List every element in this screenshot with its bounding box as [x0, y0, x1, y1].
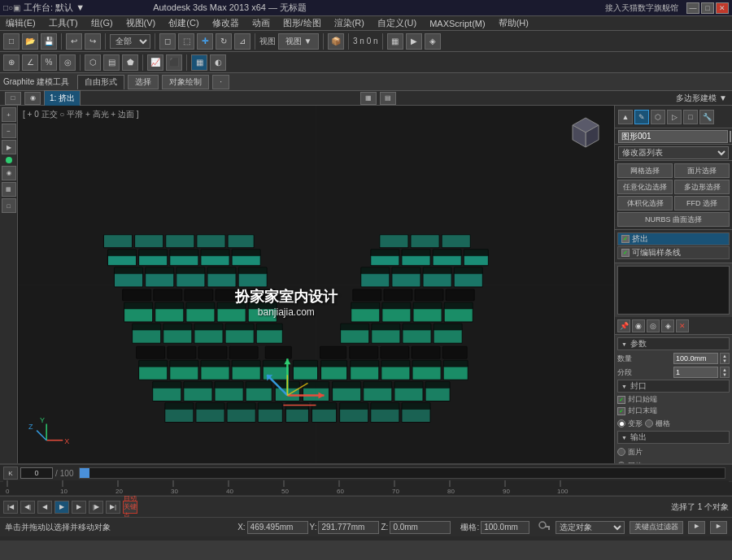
select-filter-dropdown[interactable]: 全部 — [110, 34, 150, 49]
viewport-area[interactable]: [ + 0 正交 ○ 平滑 + 高光 + 边面 ] — [18, 106, 614, 463]
left-btn-2[interactable]: − — [2, 124, 16, 138]
radio-mesh[interactable] — [617, 462, 625, 463]
autokey-btn[interactable]: 自动关键点 — [123, 501, 137, 514]
select-region-button[interactable]: ⬚ — [178, 33, 194, 50]
object-name-input[interactable] — [618, 130, 728, 143]
next-frame-btn[interactable]: ▶ — [72, 501, 86, 514]
poly-select-btn[interactable]: 多边形选择 — [674, 180, 730, 194]
rp-tab-motion[interactable]: ▷ — [667, 110, 682, 124]
stack-item-spline[interactable]: 可编辑样条线 — [617, 246, 730, 259]
play-btn[interactable]: ▶ — [54, 501, 69, 514]
stack-checkbox-spline[interactable] — [621, 249, 630, 257]
object-color-swatch[interactable] — [730, 131, 731, 142]
cap-start-checkbox[interactable] — [617, 396, 625, 404]
left-btn-4[interactable]: ◉ — [2, 166, 16, 180]
z-coord[interactable] — [390, 521, 451, 534]
snap-toggle[interactable]: ⊕ — [3, 54, 20, 71]
rp-tab-utility[interactable]: 🔧 — [699, 110, 714, 124]
material-editor-button[interactable]: ◈ — [425, 33, 441, 50]
stack-show-all-btn[interactable]: ◉ — [632, 319, 645, 332]
amount-input[interactable] — [673, 353, 718, 364]
undo-button[interactable]: ↩ — [66, 33, 82, 50]
stack-item-extrude[interactable]: 挤出 — [617, 232, 730, 245]
tab-extra[interactable]: · — [212, 75, 229, 89]
schematic-view[interactable]: ⬛ — [166, 54, 182, 71]
patch-select-btn[interactable]: 面片选择 — [674, 163, 730, 178]
cap-end-checkbox[interactable] — [617, 407, 625, 415]
amount-spinner[interactable]: ▲ ▼ — [720, 353, 730, 364]
rp-tab-modify[interactable]: ✎ — [634, 110, 649, 124]
render-button[interactable]: ▶ — [406, 33, 422, 50]
mesh-select-btn[interactable]: 网格选择 — [617, 163, 673, 178]
left-btn-3[interactable]: ▶ — [2, 140, 16, 154]
move-button[interactable]: ✛ — [197, 33, 213, 50]
modifier-btn-icon2[interactable]: ▤ — [380, 92, 396, 105]
menu-create[interactable]: 创建(C) — [166, 17, 201, 29]
key-settings2-btn[interactable]: ► — [710, 521, 727, 534]
prev-key-btn[interactable]: ◀| — [20, 501, 35, 514]
grid-input[interactable] — [481, 521, 529, 534]
menu-render[interactable]: 渲染(R) — [332, 17, 367, 29]
mirror-button[interactable]: ⬡ — [85, 54, 101, 71]
menu-edit[interactable]: 编辑(E) — [3, 17, 38, 29]
menu-view[interactable]: 视图(V) — [124, 17, 159, 29]
save-file-button[interactable]: 💾 — [41, 33, 57, 50]
rp-tab-hierarchy[interactable]: ⬡ — [651, 110, 665, 124]
menu-animation[interactable]: 动画 — [250, 17, 272, 29]
select-button[interactable]: ◻ — [159, 33, 176, 50]
menu-maxscript[interactable]: MAXScript(M) — [427, 19, 487, 28]
render-setup-button[interactable]: ▦ — [387, 33, 403, 50]
menu-help[interactable]: 帮助(H) — [496, 17, 531, 29]
select-mode-dropdown[interactable]: 选定对象 — [556, 521, 625, 534]
radio-patch[interactable] — [617, 448, 625, 456]
stack-checkbox-extrude[interactable] — [621, 235, 630, 243]
next-key-btn[interactable]: |▶ — [89, 501, 103, 514]
menu-group[interactable]: 组(G) — [89, 17, 115, 29]
radio-morph[interactable] — [617, 419, 625, 428]
modifier-btn-small[interactable]: □ — [5, 92, 21, 105]
left-btn-6[interactable]: □ — [2, 198, 16, 213]
rp-tab-display[interactable]: □ — [683, 110, 698, 124]
modifier-list-dropdown[interactable]: 修改器列表 — [618, 146, 729, 159]
stack-delete-btn[interactable]: ✕ — [676, 319, 689, 332]
scale-button[interactable]: ⊿ — [234, 33, 251, 50]
left-btn-1[interactable]: + — [2, 107, 16, 122]
render-frame-btn[interactable]: ▦ — [191, 54, 207, 71]
prev-frame-btn[interactable]: ◀ — [37, 501, 52, 514]
angle-snap[interactable]: ∠ — [22, 54, 38, 71]
left-btn-5[interactable]: ▦ — [2, 182, 16, 197]
tab-selection[interactable]: 选择 — [128, 75, 159, 89]
minimize-button[interactable]: — — [686, 2, 699, 14]
amount-down[interactable]: ▼ — [721, 358, 729, 363]
x-coord[interactable] — [247, 521, 308, 534]
key-filter-btn[interactable]: 关键点过滤器 — [630, 521, 683, 534]
segments-spinner[interactable]: ▲ ▼ — [720, 367, 730, 378]
rp-tab-create[interactable]: ▲ — [618, 110, 633, 124]
tab-freeform[interactable]: 自由形式 — [77, 75, 124, 89]
new-file-button[interactable]: □ — [3, 33, 20, 50]
nav-cube[interactable] — [568, 114, 604, 150]
radio-grid[interactable] — [645, 419, 653, 428]
maximize-button[interactable]: □ — [701, 2, 714, 14]
goto-start-btn[interactable]: |◀ — [3, 501, 18, 514]
align-button[interactable]: ▤ — [103, 54, 120, 71]
close-button[interactable]: ✕ — [716, 2, 729, 14]
timeline-track[interactable] — [79, 467, 725, 479]
cap-header[interactable]: 封口 — [617, 380, 730, 393]
menu-graph[interactable]: 图形/绘图 — [281, 17, 324, 29]
stack-item-extrude[interactable]: 1: 挤出 — [44, 90, 81, 106]
volume-select-btn[interactable]: 体积化选择 — [617, 196, 673, 211]
y-coord[interactable] — [318, 521, 379, 534]
nurbs-select-btn[interactable]: NURBS 曲面选择 — [617, 212, 730, 227]
modifier-btn-icon1[interactable]: ▦ — [360, 92, 377, 105]
curve-editor[interactable]: 📈 — [147, 54, 163, 71]
redo-button[interactable]: ↪ — [85, 33, 101, 50]
view-select-dropdown[interactable]: 视图 ▼ — [278, 33, 319, 50]
goto-end-btn[interactable]: ▶| — [106, 501, 120, 514]
stack-make-unique-btn[interactable]: ◈ — [661, 319, 674, 332]
open-file-button[interactable]: 📂 — [22, 33, 38, 50]
spinner-snap[interactable]: ◎ — [59, 54, 76, 71]
current-frame-input[interactable] — [20, 467, 53, 479]
menu-custom[interactable]: 自定义(U) — [375, 17, 419, 29]
modifier-btn-small2[interactable]: ◉ — [24, 92, 41, 105]
